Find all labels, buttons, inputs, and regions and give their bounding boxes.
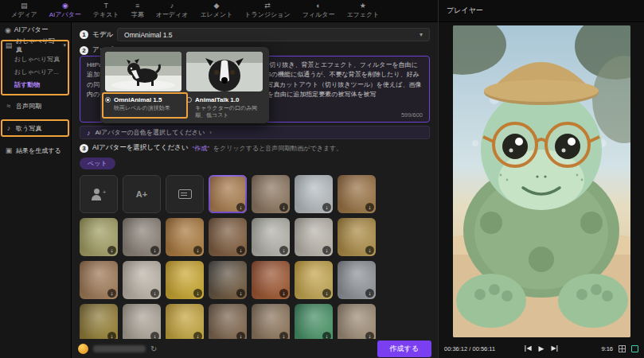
sidebar-item-3[interactable]: おしゃべりア... <box>0 65 71 78</box>
avatar-seal[interactable]: ↓ <box>295 175 333 213</box>
avatar-alpaca[interactable]: ↓ <box>123 261 161 299</box>
avatar-capybara[interactable]: ↓ <box>338 175 376 213</box>
download-icon[interactable]: ↓ <box>365 203 374 212</box>
category-pill-pets[interactable]: ペット <box>80 158 115 169</box>
avatar-puppy[interactable]: ↓ <box>209 304 247 339</box>
toolbar-tab-2[interactable]: ◉AIアバター <box>49 2 81 19</box>
model-dropdown[interactable]: OmniAnimal 1.5 ▾ <box>117 28 430 41</box>
model-popup: OmniAnimal 1.5映画レベルの演技効果AnimalTalk 1.0キャ… <box>100 47 269 123</box>
download-icon[interactable]: ↓ <box>107 332 116 339</box>
download-icon[interactable]: ↓ <box>150 246 159 255</box>
talking-photo-icon: ▤ <box>5 41 13 49</box>
omnianimal-preview-image[interactable] <box>105 52 181 91</box>
avatar-duckling[interactable]: ↓ <box>166 261 204 299</box>
avatar-bee-cat[interactable]: ↓ <box>80 304 118 339</box>
model-option-1[interactable]: OmniAnimal 1.5映画レベルの演技効果 <box>105 96 181 119</box>
sidebar-item-label: 歌う写真 <box>16 124 41 133</box>
download-icon[interactable]: ↓ <box>365 332 374 339</box>
model-option-2[interactable]: AnimalTalk 1.0キャラクターの口のみ同期、低コスト <box>186 96 263 119</box>
model-dropdown-value: OmniAnimal 1.5 <box>124 31 172 39</box>
avatar-gecko[interactable]: ↓ <box>80 218 118 256</box>
top-toolbar: ▤メディア◉AIアバターTテキスト≡字幕♪オーディオ◆エレメント⇄トランジション… <box>0 0 438 22</box>
avatar-cat[interactable]: ↓ <box>80 261 118 299</box>
player-options: 9:16 <box>601 345 638 352</box>
video-preview[interactable] <box>453 25 630 337</box>
aspect-ratio-selector[interactable]: 9:16 <box>601 345 613 352</box>
radio-icon[interactable] <box>186 97 192 103</box>
upload-custom-avatar-tile[interactable]: + <box>80 175 118 213</box>
download-icon[interactable]: ↓ <box>150 289 159 298</box>
avatar-cheetah[interactable]: ↓ <box>338 218 376 256</box>
toolbar-tab-8[interactable]: ◐フィルター <box>302 2 335 19</box>
plus-icon: + <box>103 189 107 196</box>
create-button[interactable]: 作成する <box>377 340 431 357</box>
sidebar-item-label: 結果を生成する <box>16 146 61 155</box>
fullscreen-icon[interactable] <box>631 345 638 352</box>
avatar-sheep[interactable]: ↓ <box>295 218 333 256</box>
avatar-cat-sunglasses[interactable]: ↓ <box>166 218 204 256</box>
download-icon[interactable]: ↓ <box>322 246 331 255</box>
download-icon[interactable]: ↓ <box>236 289 245 298</box>
download-icon[interactable]: ↓ <box>322 203 331 212</box>
toolbar-tab-7[interactable]: ⇄トランジション <box>244 2 290 19</box>
avatar-parrot[interactable]: ↓ <box>295 304 333 339</box>
download-icon[interactable]: ↓ <box>236 203 245 212</box>
avatar-koala[interactable]: ↓ <box>338 261 376 299</box>
user-avatar[interactable] <box>78 344 88 354</box>
download-icon[interactable]: ↓ <box>279 246 288 255</box>
radio-icon[interactable] <box>105 97 111 103</box>
download-icon[interactable]: ↓ <box>279 332 288 339</box>
download-icon[interactable]: ↓ <box>279 203 288 212</box>
play-button[interactable]: ▶ <box>539 345 544 352</box>
sidebar-item-7[interactable]: ▣結果を生成する <box>0 143 71 158</box>
download-icon[interactable]: ↓ <box>365 289 374 298</box>
download-icon[interactable]: ↓ <box>193 332 202 339</box>
sidebar-item-5[interactable]: ≈音声同期 <box>0 99 71 113</box>
sidebar-item-4[interactable]: 話す動物 <box>0 78 71 91</box>
toolbar-tab-4[interactable]: ≡字幕 <box>131 2 144 19</box>
toolbar-tab-label: エレメント <box>200 10 232 19</box>
download-icon[interactable]: ↓ <box>236 332 245 339</box>
avatar-red-panda[interactable]: ↓ <box>252 261 290 299</box>
avatar-hedgehog[interactable]: ↓ <box>252 304 290 339</box>
refresh-icon[interactable]: ↻ <box>150 344 157 353</box>
avatar-cow[interactable]: ↓ <box>209 175 247 213</box>
avatar-select-label: AIアバターを選択してください <box>92 143 189 153</box>
toolbar-tab-1[interactable]: ▤メディア <box>11 2 37 19</box>
avatar-chick[interactable]: ↓ <box>166 304 204 339</box>
toolbar-tab-3[interactable]: Tテキスト <box>93 2 119 19</box>
avatar-hamster[interactable]: ↓ <box>295 261 333 299</box>
text-to-avatar-tile[interactable]: A+ <box>123 175 161 213</box>
toolbar-tab-5[interactable]: ♪オーディオ <box>156 2 189 19</box>
download-icon[interactable]: ↓ <box>236 246 245 255</box>
toolbar-tab-9[interactable]: ★エフェクト <box>346 2 379 19</box>
download-icon[interactable]: ↓ <box>193 289 202 298</box>
model-popup-images <box>105 52 264 91</box>
download-icon[interactable]: ↓ <box>107 246 116 255</box>
sidebar-item-2[interactable]: おしゃべり写真 <box>0 53 71 65</box>
previous-frame-button[interactable]: ◀ <box>525 345 531 352</box>
avatar-ferret[interactable]: ↓ <box>338 304 376 339</box>
download-icon[interactable]: ↓ <box>279 289 288 298</box>
download-icon[interactable]: ↓ <box>322 332 331 339</box>
download-icon[interactable]: ↓ <box>365 246 374 255</box>
snapshot-grid-icon[interactable] <box>619 345 626 352</box>
avatar-goat[interactable]: ↓ <box>252 218 290 256</box>
avatar-monkey-scarf[interactable]: ↓ <box>209 218 247 256</box>
avatar-monkey[interactable]: ↓ <box>252 175 290 213</box>
avatar-bernese-dog[interactable]: ↓ <box>209 261 247 299</box>
download-icon[interactable]: ↓ <box>107 289 116 298</box>
voice-select-row[interactable]: ♪ AIアバターの音色を選択してください › <box>80 126 430 139</box>
avatar-llama[interactable]: ↓ <box>123 304 161 339</box>
card-avatar-tile[interactable] <box>166 175 204 213</box>
sidebar-item-1[interactable]: ▤おしゃべり写真▾ <box>0 38 71 53</box>
download-icon[interactable]: ↓ <box>150 332 159 339</box>
toolbar-tab-6[interactable]: ◆エレメント <box>200 2 232 19</box>
sidebar-item-6[interactable]: ♪歌う写真 <box>0 121 71 135</box>
download-icon[interactable]: ↓ <box>322 289 331 298</box>
download-icon[interactable]: ↓ <box>193 246 202 255</box>
toolbar-tab-label: AIアバター <box>49 10 81 19</box>
next-frame-button[interactable]: ▶ <box>551 345 557 352</box>
animaltalk-preview-image[interactable] <box>186 52 263 91</box>
avatar-donkey[interactable]: ↓ <box>123 218 161 256</box>
